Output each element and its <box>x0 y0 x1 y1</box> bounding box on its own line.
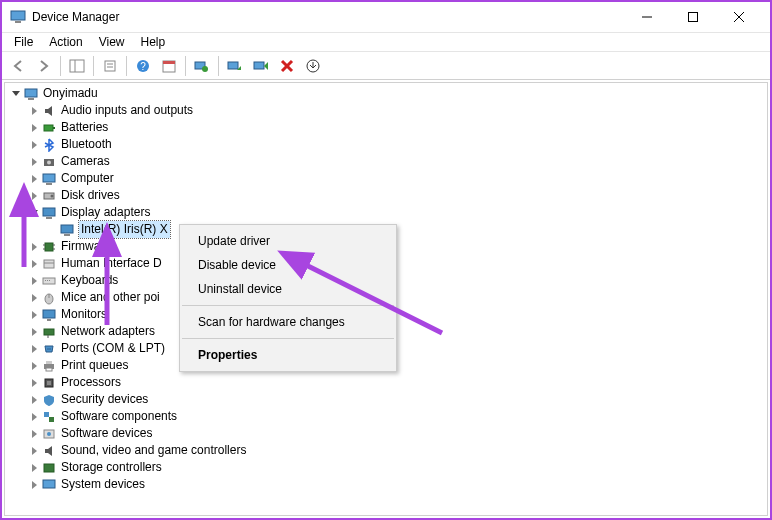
svg-point-54 <box>49 348 51 350</box>
svg-rect-65 <box>43 480 55 488</box>
audio-icon <box>41 103 57 119</box>
forward-button[interactable] <box>32 54 56 78</box>
port-icon <box>41 341 57 357</box>
svg-rect-35 <box>64 234 70 236</box>
svg-rect-32 <box>43 208 55 216</box>
computer-icon <box>23 86 39 102</box>
more-button[interactable] <box>301 54 325 78</box>
expand-icon[interactable] <box>27 342 41 356</box>
tree-item-software-components[interactable]: Software components <box>5 408 767 425</box>
tree-item-sound-video-game[interactable]: Sound, video and game controllers <box>5 442 767 459</box>
tree-item-batteries[interactable]: Batteries <box>5 119 767 136</box>
expand-icon[interactable] <box>27 189 41 203</box>
ctx-update-driver[interactable]: Update driver <box>180 229 396 253</box>
tree-item-label: Software components <box>61 408 177 425</box>
tree-item-label: System devices <box>61 476 145 493</box>
context-separator <box>182 338 394 339</box>
expand-icon[interactable] <box>27 121 41 135</box>
svg-rect-56 <box>46 361 52 364</box>
update-driver-button[interactable] <box>223 54 247 78</box>
tree-item-display-adapters[interactable]: Display adapters <box>5 204 767 221</box>
close-button[interactable] <box>716 2 762 32</box>
root-label: Onyimadu <box>43 85 98 102</box>
expand-icon[interactable] <box>27 461 41 475</box>
tree-item-cameras[interactable]: Cameras <box>5 153 767 170</box>
expand-icon[interactable] <box>27 206 41 220</box>
tree-item-label: Display adapters <box>61 204 150 221</box>
svg-rect-3 <box>689 13 698 22</box>
menu-action[interactable]: Action <box>41 35 90 49</box>
expand-icon[interactable] <box>27 427 41 441</box>
tree-root[interactable]: Onyimadu <box>5 85 767 102</box>
svg-rect-59 <box>47 381 51 385</box>
tree-item-bluetooth[interactable]: Bluetooth <box>5 136 767 153</box>
minimize-button[interactable] <box>624 2 670 32</box>
expand-icon[interactable] <box>27 393 41 407</box>
cpu-icon <box>41 375 57 391</box>
expand-icon[interactable] <box>27 359 41 373</box>
expand-icon[interactable] <box>27 138 41 152</box>
ctx-scan-hardware[interactable]: Scan for hardware changes <box>180 310 396 334</box>
calendar-button[interactable] <box>157 54 181 78</box>
ctx-uninstall-device[interactable]: Uninstall device <box>180 277 396 301</box>
maximize-button[interactable] <box>670 2 716 32</box>
expand-icon[interactable] <box>27 376 41 390</box>
tree-item-audio[interactable]: Audio inputs and outputs <box>5 102 767 119</box>
expand-icon[interactable] <box>27 325 41 339</box>
expand-icon[interactable] <box>27 478 41 492</box>
menu-view[interactable]: View <box>91 35 133 49</box>
tree-item-label: Network adapters <box>61 323 155 340</box>
keyboard-icon <box>41 273 57 289</box>
svg-rect-33 <box>46 217 52 219</box>
svg-rect-34 <box>61 225 73 233</box>
tree-item-system-devices[interactable]: System devices <box>5 476 767 493</box>
svg-rect-36 <box>45 243 53 251</box>
battery-icon <box>41 120 57 136</box>
context-separator <box>182 305 394 306</box>
disk-icon <box>41 188 57 204</box>
properties-button[interactable] <box>98 54 122 78</box>
menu-file[interactable]: File <box>6 35 41 49</box>
expand-icon[interactable] <box>27 291 41 305</box>
tree-item-security-devices[interactable]: Security devices <box>5 391 767 408</box>
sound-icon <box>41 443 57 459</box>
svg-rect-14 <box>163 61 175 64</box>
svg-point-53 <box>47 348 49 350</box>
tree-item-storage-controllers[interactable]: Storage controllers <box>5 459 767 476</box>
expand-icon[interactable] <box>27 274 41 288</box>
title-bar: Device Manager <box>2 2 770 32</box>
firmware-icon <box>41 239 57 255</box>
uninstall-device-button[interactable] <box>275 54 299 78</box>
show-hide-tree-button[interactable] <box>65 54 89 78</box>
tree-item-label: Ports (COM & LPT) <box>61 340 165 357</box>
window-title: Device Manager <box>32 10 119 24</box>
tree-item-label: Cameras <box>61 153 110 170</box>
svg-rect-44 <box>45 280 46 281</box>
tree-item-processors[interactable]: Processors <box>5 374 767 391</box>
expand-icon[interactable] <box>27 410 41 424</box>
tree-item-disk-drives[interactable]: Disk drives <box>5 187 767 204</box>
expand-icon[interactable] <box>27 155 41 169</box>
svg-rect-60 <box>44 412 49 417</box>
svg-rect-0 <box>11 11 25 20</box>
scan-hw-button[interactable] <box>190 54 214 78</box>
menu-help[interactable]: Help <box>133 35 174 49</box>
expand-icon[interactable] <box>9 87 23 101</box>
tree-item-label: Storage controllers <box>61 459 162 476</box>
expand-icon[interactable] <box>27 257 41 271</box>
tree-item-computer[interactable]: Computer <box>5 170 767 187</box>
ctx-disable-device[interactable]: Disable device <box>180 253 396 277</box>
expand-icon[interactable] <box>27 172 41 186</box>
expand-icon[interactable] <box>27 240 41 254</box>
expand-icon[interactable] <box>27 308 41 322</box>
expand-icon[interactable] <box>27 104 41 118</box>
expand-icon[interactable] <box>27 444 41 458</box>
disable-device-button[interactable] <box>249 54 273 78</box>
toolbar: ? <box>2 52 770 80</box>
tree-item-software-devices[interactable]: Software devices <box>5 425 767 442</box>
help-button[interactable]: ? <box>131 54 155 78</box>
system-icon <box>41 477 57 493</box>
tree-item-label: Audio inputs and outputs <box>61 102 193 119</box>
ctx-properties[interactable]: Properties <box>180 343 396 367</box>
back-button[interactable] <box>6 54 30 78</box>
